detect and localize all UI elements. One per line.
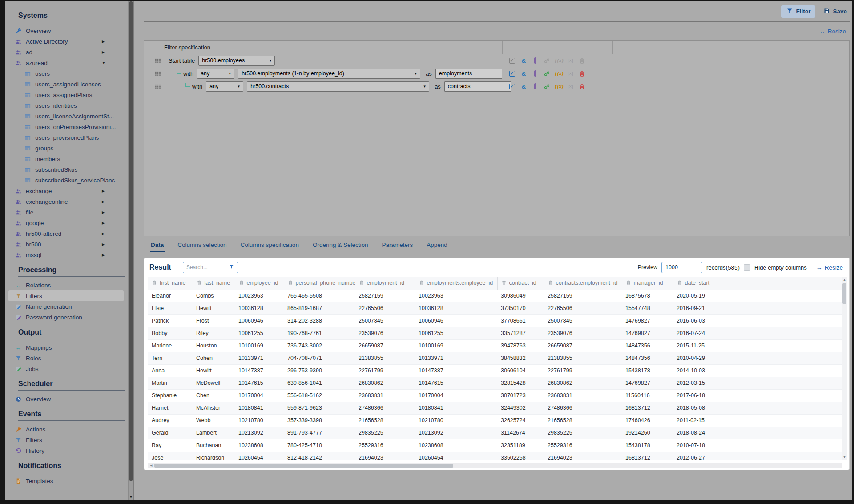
column-header-employments-employee-id[interactable]: employments.employee_id	[415, 277, 497, 290]
matrix-icon[interactable]: |×|	[567, 82, 575, 90]
link-icon[interactable]	[543, 82, 551, 90]
and-icon[interactable]: &	[520, 69, 528, 77]
tab-ordering-selection[interactable]: Ordering & Selection	[312, 242, 369, 252]
chevron-right-icon[interactable]: ▶	[102, 221, 105, 225]
sidebar-item-filters[interactable]: Filters	[5, 435, 128, 445]
sidebar-item-hr500[interactable]: hr500▶	[5, 239, 128, 250]
quantifier-select[interactable]: any▾	[206, 81, 243, 92]
tab-columns-selection[interactable]: Columns selection	[177, 242, 227, 252]
trash-icon[interactable]	[578, 69, 586, 77]
vertical-scrollbar-thumb[interactable]	[842, 283, 846, 304]
delete-column-icon[interactable]	[548, 280, 553, 287]
delete-column-icon[interactable]	[288, 280, 293, 287]
matrix-icon[interactable]: |×|	[567, 69, 575, 77]
sidebar-item-users-licenseassignmentst[interactable]: users_licenseAssignmentSt...	[5, 111, 128, 121]
sidebar-item-overview[interactable]: Overview	[5, 25, 128, 36]
sidebar-item-groups[interactable]: groups	[5, 143, 128, 153]
sidebar-item-password-generation[interactable]: Password generation	[5, 312, 128, 323]
sidebar-item-exchange[interactable]: exchange▶	[5, 185, 128, 196]
filter-button[interactable]: Filter	[781, 5, 815, 18]
column-header-contract-id[interactable]: contract_id	[497, 277, 544, 290]
column-header-personal-phone-number[interactable]: personal_phone_number	[284, 277, 355, 290]
column-header-employment-id[interactable]: employment_id	[355, 277, 415, 290]
chevron-right-icon[interactable]: ▶	[102, 242, 105, 246]
relation-select[interactable]: hr500.contracts▾	[247, 81, 429, 92]
delete-column-icon[interactable]	[239, 280, 244, 287]
sidebar-item-users-identities[interactable]: users_identities	[5, 100, 128, 111]
sidebar-item-relations[interactable]: ↔Relations	[5, 280, 128, 290]
drag-handle[interactable]	[155, 71, 161, 76]
alias-input[interactable]	[435, 69, 502, 79]
save-button[interactable]: Save	[823, 8, 847, 16]
sidebar-item-users-onpremisesprovisioni[interactable]: users_onPremisesProvisioni...	[5, 121, 128, 132]
sidebar-scrollbar-thumb[interactable]	[129, 1, 133, 481]
alias-input[interactable]	[444, 81, 511, 92]
sidebar-item-mssql[interactable]: mssql▶	[5, 250, 128, 260]
chevron-right-icon[interactable]: ▶	[102, 50, 105, 54]
sidebar-item-azuread[interactable]: azuread▼	[5, 57, 128, 68]
preview-count-input[interactable]	[661, 262, 702, 273]
sidebar-item-templates[interactable]: Templates	[5, 476, 128, 486]
tab-data[interactable]: Data	[150, 242, 165, 252]
resize-filter-panel-link[interactable]: ↔ Resize	[819, 28, 846, 35]
drag-handle[interactable]	[155, 58, 161, 63]
sidebar-item-active-directory[interactable]: Active Directory▶	[5, 36, 128, 47]
function-icon[interactable]: ƒ(x)	[555, 82, 563, 90]
checkbox-icon[interactable]: ✓	[508, 82, 516, 90]
chevron-right-icon[interactable]: ▶	[102, 253, 105, 257]
chevron-right-icon[interactable]: ▶	[102, 189, 105, 193]
trash-icon[interactable]	[578, 82, 586, 90]
column-header-contracts-employment-id[interactable]: contracts.employment_id	[544, 277, 622, 290]
sidebar-item-users[interactable]: users	[5, 68, 128, 79]
sidebar-item-jobs[interactable]: Jobs	[5, 363, 128, 374]
horizontal-scrollbar[interactable]: ◄	[148, 463, 842, 468]
and-icon[interactable]: &	[520, 82, 528, 90]
search-input[interactable]	[186, 264, 226, 270]
start-table-select[interactable]: hr500.employees▾	[198, 56, 275, 66]
sidebar-item-google[interactable]: google▶	[5, 218, 128, 228]
sidebar-item-name-generation[interactable]: Name generation	[5, 301, 128, 312]
sidebar-item-actions[interactable]: Actions	[5, 424, 128, 435]
horizontal-scrollbar-thumb[interactable]	[154, 464, 453, 468]
checkbox-icon[interactable]: ✓	[508, 56, 516, 65]
chevron-right-icon[interactable]: ▶	[102, 200, 105, 204]
sidebar-item-subscribedskus-serviceplans[interactable]: subscribedSkus_servicePlans	[5, 175, 128, 185]
sidebar-item-filters[interactable]: Filters	[8, 290, 124, 301]
chevron-right-icon[interactable]: ▶	[102, 232, 105, 236]
sidebar-item-file[interactable]: file▶	[5, 207, 128, 218]
link-icon[interactable]	[543, 69, 551, 77]
sidebar-item-overview[interactable]: Overview	[5, 394, 128, 404]
quantifier-select[interactable]: any▾	[197, 69, 234, 79]
trash-icon[interactable]	[578, 56, 586, 65]
search-funnel-icon[interactable]	[229, 263, 234, 271]
sidebar-item-members[interactable]: members	[5, 153, 128, 164]
sidebar-item-ad[interactable]: ad▶	[5, 47, 128, 57]
sidebar-item-users-assignedplans[interactable]: users_assignedPlans	[5, 89, 128, 100]
sidebar-item-history[interactable]: History	[5, 445, 128, 456]
delete-column-icon[interactable]	[626, 280, 631, 287]
delete-column-icon[interactable]	[197, 280, 202, 287]
matrix-icon[interactable]: |×|	[567, 56, 575, 65]
sidebar-item-users-provisionedplans[interactable]: users_provisionedPlans	[5, 132, 128, 143]
drag-handle[interactable]	[155, 84, 161, 89]
delete-column-icon[interactable]	[152, 280, 157, 287]
sidebar-scrollbar[interactable]: ▼	[128, 1, 134, 500]
delete-column-icon[interactable]	[419, 280, 424, 287]
column-header-employee-id[interactable]: employee_id	[235, 277, 284, 290]
vertical-scrollbar[interactable]: ▲ ▼	[842, 277, 847, 460]
sidebar-item-roles[interactable]: Roles	[5, 353, 128, 363]
scroll-left-icon[interactable]: ◄	[148, 464, 154, 468]
resize-result-link[interactable]: ↔ Resize	[816, 264, 843, 271]
tab-parameters[interactable]: Parameters	[381, 242, 414, 252]
sidebar-item-mappings[interactable]: ↔Mappings	[5, 342, 128, 353]
sidebar-item-subscribedskus[interactable]: subscribedSkus	[5, 164, 128, 175]
tab-columns-specification[interactable]: Columns specification	[240, 242, 300, 252]
delete-column-icon[interactable]	[359, 280, 364, 287]
and-icon[interactable]: &	[520, 56, 528, 65]
sidebar-item-hr500-altered[interactable]: hr500-altered▶	[5, 228, 128, 239]
column-header-last-name[interactable]: last_name	[193, 277, 235, 290]
tab-append[interactable]: Append	[426, 242, 448, 252]
column-header-first-name[interactable]: first_name	[148, 277, 193, 290]
hide-empty-columns-checkbox[interactable]	[744, 264, 750, 271]
function-icon[interactable]: ƒ(x)	[555, 56, 563, 65]
